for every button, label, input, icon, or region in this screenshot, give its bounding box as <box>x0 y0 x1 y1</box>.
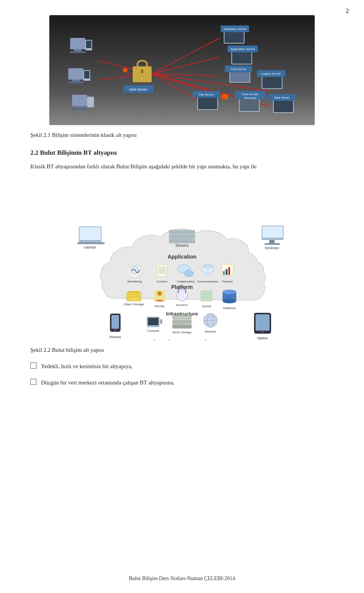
svg-text:Compute: Compute <box>147 329 160 333</box>
svg-rect-67 <box>262 226 283 238</box>
svg-rect-21 <box>72 95 87 106</box>
figure1-container: Web Server Database Server Application S… <box>30 15 334 125</box>
svg-rect-79 <box>169 230 195 234</box>
network-diagram: Web Server Database Server Application S… <box>49 15 315 125</box>
svg-rect-81 <box>169 239 195 243</box>
svg-rect-11 <box>70 38 85 49</box>
svg-point-122 <box>223 290 236 294</box>
svg-point-61 <box>223 94 228 99</box>
svg-text:Application: Application <box>168 254 196 260</box>
svg-text:File Server: File Server <box>199 93 214 96</box>
bullet-item-1: Yedekli, hızlı ve kesintisiz bir altyapı… <box>30 362 334 372</box>
svg-text:Application Server: Application Server <box>231 47 255 51</box>
svg-point-111 <box>157 291 162 296</box>
svg-text:Finance: Finance <box>222 280 233 283</box>
svg-text:Legacy Server: Legacy Server <box>261 72 281 75</box>
section-title: 2.2 Bulut Bilişimin BT altyapısı <box>30 149 334 157</box>
svg-rect-131 <box>173 325 191 328</box>
svg-text:Communication: Communication <box>197 280 218 283</box>
bullet-text-2: Düzgün bir veri merkezi ortamında çalışa… <box>41 378 174 388</box>
bullet-box-2 <box>30 379 36 385</box>
svg-rect-15 <box>86 41 91 48</box>
svg-rect-72 <box>111 315 119 329</box>
svg-text:Queue: Queue <box>202 304 212 308</box>
svg-text:Laptops: Laptops <box>84 245 96 249</box>
svg-rect-24 <box>87 97 94 107</box>
svg-text:Monitoring: Monitoring <box>127 280 141 283</box>
figure1-caption: Şekil 2.1 Bilişim sistemlerinin klasik a… <box>30 132 334 138</box>
svg-text:Network: Network <box>205 330 216 333</box>
svg-text:Phones: Phones <box>110 335 121 339</box>
svg-text:Object Storage: Object Storage <box>124 303 144 306</box>
svg-rect-69 <box>265 243 280 245</box>
svg-text:Point-of-Sale: Point-of-Sale <box>242 93 258 96</box>
svg-text:Mail Server: Mail Server <box>275 96 290 99</box>
svg-text:Tablets: Tablets <box>257 336 268 340</box>
svg-rect-20 <box>84 71 89 78</box>
svg-rect-63 <box>80 227 101 240</box>
svg-rect-64 <box>77 242 105 244</box>
svg-rect-116 <box>201 295 212 297</box>
svg-rect-117 <box>201 298 212 301</box>
svg-rect-13 <box>70 51 85 53</box>
svg-rect-18 <box>68 82 83 83</box>
svg-rect-12 <box>74 49 82 51</box>
svg-rect-22 <box>76 106 83 108</box>
svg-text:Content: Content <box>157 280 168 283</box>
svg-text:Runtime: Runtime <box>176 303 188 307</box>
svg-text:Collaboration: Collaboration <box>177 280 195 283</box>
svg-rect-115 <box>201 291 212 293</box>
svg-text:Block Storage: Block Storage <box>173 331 191 334</box>
svg-rect-129 <box>173 315 191 319</box>
svg-rect-17 <box>72 80 80 82</box>
figure2-caption: Şekil 2.2 Bulut bilişim alt yapısı <box>30 347 334 353</box>
svg-rect-101 <box>226 269 228 275</box>
svg-text:Terminals: Terminals <box>244 96 256 100</box>
bullet-text-1: Yedekli, hızlı ve kesintisiz bir altyapı… <box>41 362 132 372</box>
bullet-box-1 <box>30 362 36 369</box>
svg-rect-102 <box>228 267 230 275</box>
bullet-item-2: Düzgün bir veri merkezi ortamında çalışa… <box>30 378 334 388</box>
svg-text:Database Server: Database Server <box>224 27 246 31</box>
svg-rect-130 <box>173 320 191 324</box>
svg-rect-87 <box>157 264 167 276</box>
svg-point-77 <box>261 331 264 333</box>
svg-text:Desktops: Desktops <box>265 246 279 250</box>
page-number: 2 <box>346 8 349 14</box>
svg-rect-127 <box>160 319 162 324</box>
svg-rect-80 <box>169 235 195 238</box>
svg-point-60 <box>123 68 127 72</box>
svg-rect-27 <box>141 69 143 73</box>
svg-rect-68 <box>269 240 275 243</box>
svg-rect-107 <box>128 294 140 295</box>
svg-rect-126 <box>148 318 158 325</box>
svg-point-94 <box>184 270 193 277</box>
svg-text:Print Server: Print Server <box>231 67 247 71</box>
svg-text:Servers: Servers <box>176 243 188 248</box>
body-text: Klasik BT altyapısından farklı olarak Bu… <box>30 162 334 172</box>
footer: Bulut Bilişim Ders Notları-Numan ÇELEBİ-… <box>0 576 364 582</box>
svg-text:Web Server: Web Server <box>129 88 147 91</box>
svg-rect-23 <box>72 108 87 110</box>
svg-point-121 <box>223 299 236 303</box>
svg-point-73 <box>114 329 116 331</box>
svg-rect-16 <box>68 68 83 80</box>
cloud-diagram: Laptops Desktops Phones Tablets <box>72 181 292 340</box>
svg-rect-100 <box>223 271 225 275</box>
figure2-container: Laptops Desktops Phones Tablets <box>30 181 334 340</box>
svg-rect-76 <box>256 314 270 331</box>
svg-text:Cloud Computing: Cloud Computing <box>147 338 217 340</box>
svg-text:Database: Database <box>223 306 236 310</box>
svg-rect-51 <box>240 99 259 111</box>
svg-text:Identity: Identity <box>155 304 165 308</box>
svg-rect-108 <box>128 296 140 298</box>
